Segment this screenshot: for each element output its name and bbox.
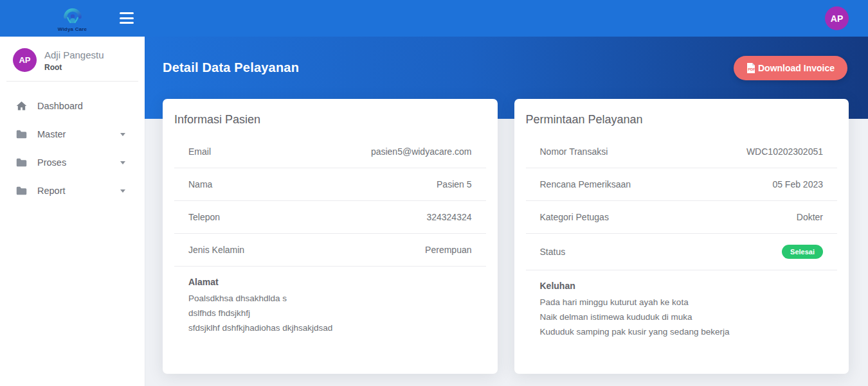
detail-block-keluhan: Keluhan Pada hari minggu kuturut ayah ke… [526, 270, 838, 344]
block-line: dslfhds fhdsjkhfj [188, 306, 472, 320]
sidebar-user-name: Adji Pangestu [44, 49, 104, 61]
block-line: Pada hari minggu kuturut ayah ke kota [540, 295, 824, 310]
block-label: Keluhan [540, 281, 824, 291]
detail-row-status: Status Selesai [526, 234, 838, 270]
pdf-file-icon: PDF [746, 63, 755, 73]
sidebar-item-report[interactable]: Report [0, 177, 145, 205]
sidebar-item-label: Proses [37, 157, 66, 168]
folder-icon [16, 157, 27, 168]
row-value: Perempuan [425, 245, 471, 255]
app-window: Widya Care AP AP Adji Pangestu Root Dash… [0, 0, 868, 386]
row-value: Dokter [797, 212, 823, 222]
download-invoice-button[interactable]: PDF Download Invoice [734, 56, 847, 80]
download-invoice-label: Download Invoice [758, 63, 835, 73]
sidebar-item-proses[interactable]: Proses [0, 148, 145, 177]
row-value: WDC10202302051 [746, 146, 823, 157]
card-permintaan-pelayanan: Permintaan Pelayanan Nomor Transaksi WDC… [514, 99, 849, 374]
row-value: Pasien 5 [437, 179, 471, 189]
card-title: Permintaan Pelayanan [526, 113, 838, 136]
hamburger-icon [120, 22, 134, 24]
detail-row-kategori-petugas: Kategori Petugas Dokter [526, 201, 838, 234]
chevron-down-icon [120, 133, 125, 136]
row-label: Telepon [188, 212, 220, 222]
row-label: Rencana Pemeriksaan [540, 179, 631, 189]
brand-name: Widya Care [58, 26, 87, 32]
page-header: Detail Data Pelayanan PDF Download Invoi… [145, 37, 868, 99]
sidebar-item-dashboard[interactable]: Dashboard [0, 92, 145, 120]
sidebar-item-label: Master [37, 129, 66, 139]
menu-toggle-button[interactable] [120, 11, 135, 25]
home-icon [16, 101, 27, 112]
detail-row-telepon: Telepon 324324324 [174, 201, 486, 234]
sidebar-item-label: Dashboard [37, 101, 83, 111]
detail-row-rencana-pemeriksaan: Rencana Pemeriksaan 05 Feb 2023 [526, 168, 838, 201]
detail-block-alamat: Alamat Poalsdkhsa dhsakhdlda s dslfhds f… [174, 267, 486, 340]
folder-icon [16, 129, 27, 140]
sidebar-item-label: Report [37, 186, 66, 196]
sidebar-user-profile: AP Adji Pangestu Root [0, 37, 145, 81]
detail-row-nomor-transaksi: Nomor Transaksi WDC10202302051 [526, 136, 838, 168]
hamburger-icon [120, 12, 134, 14]
chevron-down-icon [120, 161, 125, 164]
sidebar-item-master[interactable]: Master [0, 120, 145, 148]
block-line: Poalsdkhsa dhsakhdlda s [188, 291, 472, 306]
sidebar-user-avatar: AP [13, 48, 37, 72]
page-title: Detail Data Pelayanan [163, 60, 299, 75]
row-label: Jenis Kelamin [188, 245, 244, 255]
row-label: Status [540, 247, 566, 257]
card-title: Informasi Pasien [174, 113, 486, 136]
main-content: Detail Data Pelayanan PDF Download Invoi… [145, 37, 868, 386]
detail-row-email: Email pasien5@widyacare.com [174, 136, 486, 168]
cards-container: Informasi Pasien Email pasien5@widyacare… [145, 99, 868, 374]
folder-icon [16, 186, 27, 197]
row-label: Email [188, 146, 211, 157]
block-line: Naik delman istimewa kududuk di muka [540, 310, 824, 324]
detail-row-nama: Nama Pasien 5 [174, 168, 486, 201]
sidebar-user-role: Root [44, 63, 104, 72]
row-label: Nama [188, 179, 212, 189]
row-label: Nomor Transaksi [540, 146, 608, 157]
status-badge: Selesai [782, 245, 823, 259]
detail-row-jenis-kelamin: Jenis Kelamin Perempuan [174, 234, 486, 267]
block-line: sfdsjklhf dshfkjhadiohas dkjhsakjdsad [188, 320, 472, 335]
user-avatar[interactable]: AP [825, 6, 849, 30]
row-value: pasien5@widyacare.com [371, 146, 472, 157]
row-value: 324324324 [426, 212, 471, 222]
block-label: Alamat [188, 277, 472, 287]
widya-care-logo-icon [62, 5, 84, 26]
svg-text:PDF: PDF [748, 67, 755, 71]
chevron-down-icon [120, 189, 125, 193]
top-navbar: Widya Care AP [0, 0, 868, 37]
sidebar-nav: Dashboard Master Proses Repor [0, 82, 145, 205]
card-informasi-pasien: Informasi Pasien Email pasien5@widyacare… [163, 99, 498, 374]
row-label: Kategori Petugas [540, 212, 609, 222]
row-value: 05 Feb 2023 [772, 179, 823, 189]
hamburger-icon [120, 17, 134, 19]
sidebar: AP Adji Pangestu Root Dashboard Master [0, 37, 145, 386]
block-line: Kududuk samping pak kusir yang sedang be… [540, 324, 824, 339]
